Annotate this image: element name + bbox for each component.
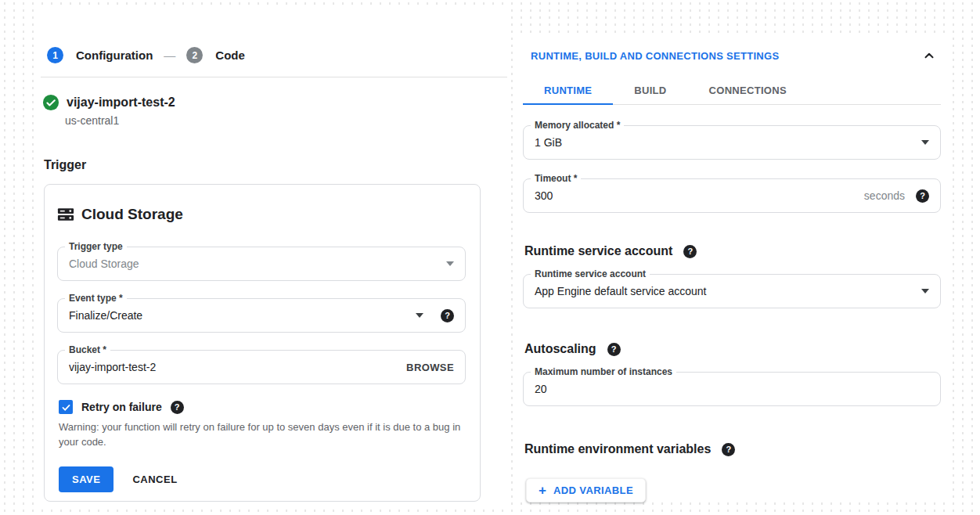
dropdown-arrow-icon xyxy=(446,261,454,266)
timeout-help-icon[interactable]: ? xyxy=(916,189,929,203)
memory-allocated-label: Memory allocated * xyxy=(531,120,624,131)
autoscaling-help-icon[interactable]: ? xyxy=(607,343,621,356)
step-1-circle: 1 xyxy=(47,47,63,63)
dropdown-arrow-icon xyxy=(416,313,423,318)
step-2-circle: 2 xyxy=(186,47,203,63)
env-variables-section-title: Runtime environment variables xyxy=(524,442,711,456)
plus-icon: + xyxy=(539,485,546,495)
browse-button[interactable]: BROWSE xyxy=(406,362,454,373)
tab-build[interactable]: BUILD xyxy=(613,78,687,105)
runtime-service-account-help-icon[interactable]: ? xyxy=(683,245,697,258)
settings-header-label: RUNTIME, BUILD AND CONNECTIONS SETTINGS xyxy=(531,50,779,62)
runtime-service-account-value: App Engine default service account xyxy=(535,285,921,297)
event-type-label: Event type * xyxy=(65,293,127,304)
max-instances-label: Maximum number of instances xyxy=(531,366,676,377)
bucket-label: Bucket * xyxy=(65,344,110,355)
runtime-service-account-section-title: Runtime service account xyxy=(524,244,672,258)
step-2-label: Code xyxy=(215,49,245,62)
dropdown-arrow-icon xyxy=(921,140,929,145)
save-button[interactable]: SAVE xyxy=(59,466,113,492)
runtime-service-account-label: Runtime service account xyxy=(531,268,650,279)
max-instances-field[interactable]: Maximum number of instances xyxy=(523,372,941,406)
retry-help-icon[interactable]: ? xyxy=(171,401,184,414)
trigger-card-title: Cloud Storage xyxy=(81,206,183,223)
retry-warning-text: Warning: your function will retry on fai… xyxy=(59,420,466,449)
settings-tabs: RUNTIME BUILD CONNECTIONS xyxy=(523,78,941,105)
settings-panel: RUNTIME, BUILD AND CONNECTIONS SETTINGS … xyxy=(517,38,947,501)
timeout-input[interactable] xyxy=(535,189,864,202)
trigger-type-select[interactable]: Trigger type Cloud Storage xyxy=(57,247,466,281)
bucket-field[interactable]: Bucket * BROWSE xyxy=(57,350,466,384)
stepper: 1 Configuration — 2 Code xyxy=(47,47,507,63)
timeout-label: Timeout * xyxy=(531,173,581,184)
memory-allocated-value: 1 GiB xyxy=(535,136,921,149)
configuration-panel: 1 Configuration — 2 Code vijay-import-te… xyxy=(41,8,507,509)
runtime-service-account-select[interactable]: Runtime service account App Engine defau… xyxy=(523,274,941,308)
timeout-unit: seconds xyxy=(864,189,905,202)
cloud-storage-icon xyxy=(57,206,74,223)
retry-label[interactable]: Retry on failure xyxy=(81,401,162,413)
settings-expander[interactable]: RUNTIME, BUILD AND CONNECTIONS SETTINGS xyxy=(531,49,936,63)
autoscaling-section-title: Autoscaling xyxy=(524,342,596,356)
function-header: vijay-import-test-2 xyxy=(42,94,507,111)
trigger-type-value: Cloud Storage xyxy=(69,258,446,270)
step-1-label: Configuration xyxy=(76,49,153,62)
add-variable-label: ADD VARIABLE xyxy=(553,484,633,496)
step-separator: — xyxy=(164,49,175,62)
step-configuration[interactable]: 1 Configuration xyxy=(47,47,153,63)
tab-runtime[interactable]: RUNTIME xyxy=(523,78,613,105)
env-variables-help-icon[interactable]: ? xyxy=(722,443,735,456)
timeout-field[interactable]: Timeout * seconds ? xyxy=(523,178,941,213)
max-instances-input[interactable] xyxy=(535,383,929,395)
success-check-icon xyxy=(42,94,59,111)
tab-connections[interactable]: CONNECTIONS xyxy=(688,78,808,105)
cancel-button[interactable]: CANCEL xyxy=(132,474,177,485)
trigger-type-label: Trigger type xyxy=(65,241,127,252)
trigger-section-title: Trigger xyxy=(44,158,507,172)
bucket-input[interactable] xyxy=(69,361,406,373)
retry-checkbox[interactable] xyxy=(59,400,73,414)
step-code[interactable]: 2 Code xyxy=(186,47,245,63)
memory-allocated-select[interactable]: Memory allocated * 1 GiB xyxy=(523,125,941,160)
trigger-card: Cloud Storage Trigger type Cloud Storage… xyxy=(44,184,481,502)
function-region: us-central1 xyxy=(65,114,507,127)
event-type-value: Finalize/Create xyxy=(69,309,416,322)
event-type-help-icon[interactable]: ? xyxy=(441,309,454,322)
stepper-divider xyxy=(41,77,507,77)
add-variable-button[interactable]: + ADD VARIABLE xyxy=(526,478,646,502)
event-type-select[interactable]: Event type * Finalize/Create ? xyxy=(57,298,466,333)
dropdown-arrow-icon xyxy=(921,289,929,294)
chevron-up-icon xyxy=(922,49,936,63)
function-name: vijay-import-test-2 xyxy=(67,95,175,110)
